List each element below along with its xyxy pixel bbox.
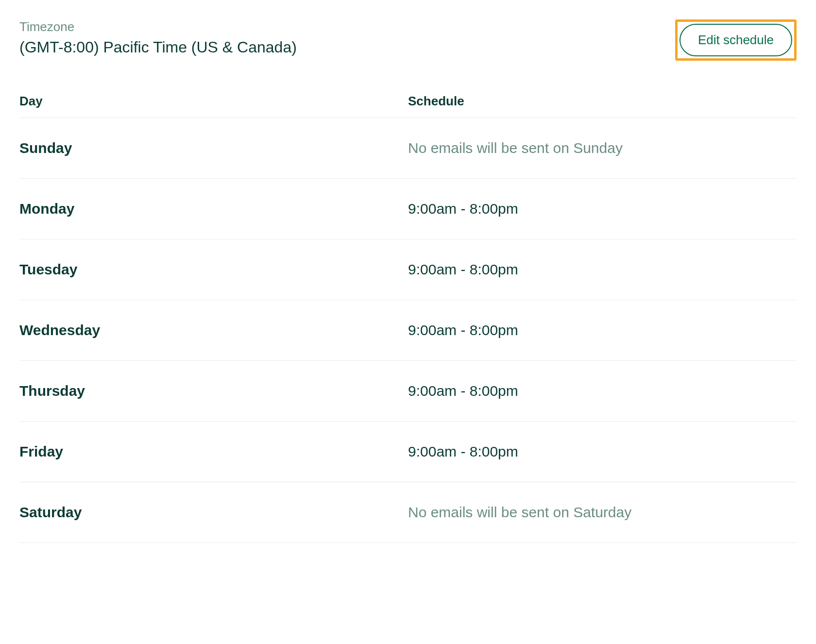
schedule-cell: 9:00am - 8:00pm [408,201,797,217]
timezone-block: Timezone (GMT-8:00) Pacific Time (US & C… [19,19,297,56]
schedule-cell: 9:00am - 8:00pm [408,322,797,339]
schedule-table-header: Day Schedule [19,85,797,118]
header-row: Timezone (GMT-8:00) Pacific Time (US & C… [19,19,797,61]
day-cell: Wednesday [19,322,408,339]
schedule-cell: 9:00am - 8:00pm [408,443,797,460]
edit-schedule-button[interactable]: Edit schedule [680,24,792,56]
day-cell: Tuesday [19,261,408,278]
day-cell: Sunday [19,140,408,156]
schedule-cell: 9:00am - 8:00pm [408,261,797,278]
table-row: Sunday No emails will be sent on Sunday [19,118,797,179]
schedule-cell: 9:00am - 8:00pm [408,383,797,399]
schedule-cell: No emails will be sent on Sunday [408,140,797,156]
table-row: Saturday No emails will be sent on Satur… [19,482,797,543]
day-cell: Monday [19,201,408,217]
table-row: Friday 9:00am - 8:00pm [19,422,797,482]
column-header-day: Day [19,94,408,109]
column-header-schedule: Schedule [408,94,797,109]
day-cell: Thursday [19,383,408,399]
schedule-cell: No emails will be sent on Saturday [408,504,797,521]
timezone-label: Timezone [19,19,297,34]
timezone-value: (GMT-8:00) Pacific Time (US & Canada) [19,38,297,56]
table-row: Monday 9:00am - 8:00pm [19,179,797,239]
table-row: Tuesday 9:00am - 8:00pm [19,239,797,300]
schedule-table: Day Schedule Sunday No emails will be se… [19,85,797,543]
day-cell: Friday [19,443,408,460]
day-cell: Saturday [19,504,408,521]
table-row: Thursday 9:00am - 8:00pm [19,361,797,422]
edit-button-highlight: Edit schedule [675,19,797,61]
table-row: Wednesday 9:00am - 8:00pm [19,300,797,361]
